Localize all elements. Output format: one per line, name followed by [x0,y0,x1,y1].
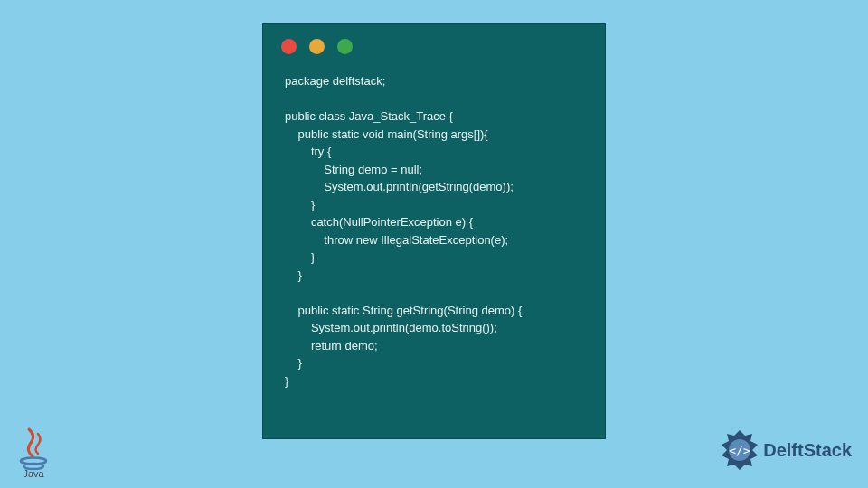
code-window: package delftstack; public class Java_St… [262,23,606,439]
code-line: } [285,374,288,388]
code-line: } [285,250,315,264]
code-line: } [285,356,302,370]
code-line: package delftstack; [285,74,385,88]
java-logo-icon: Java [11,425,56,479]
code-line: } [285,268,302,282]
code-line: } [285,198,315,211]
delftstack-logo: </> DelftStack [718,428,852,472]
close-dot-icon [281,39,297,54]
minimize-dot-icon [309,39,325,54]
code-content: package delftstack; public class Java_St… [263,63,605,399]
code-line: System.out.println(demo.toString()); [285,321,497,334]
window-controls [263,24,605,63]
code-line: System.out.println(getString(demo)); [285,180,514,193]
code-line: String demo = null; [285,163,422,176]
svg-text:Java: Java [23,468,44,479]
code-line: return demo; [285,339,378,352]
code-line: throw new IllegalStateException(e); [285,233,508,247]
code-line: public class Java_Stack_Trace { [285,109,453,123]
code-line: public static void main(String args[]){ [285,127,488,141]
delftstack-icon: </> [718,428,761,472]
svg-text:</>: </> [729,444,750,457]
code-line: try { [285,145,331,158]
delftstack-label: DelftStack [763,440,852,461]
code-line: catch(NullPointerException e) { [285,215,473,229]
code-line: public static String getString(String de… [285,304,522,317]
maximize-dot-icon [337,39,353,54]
